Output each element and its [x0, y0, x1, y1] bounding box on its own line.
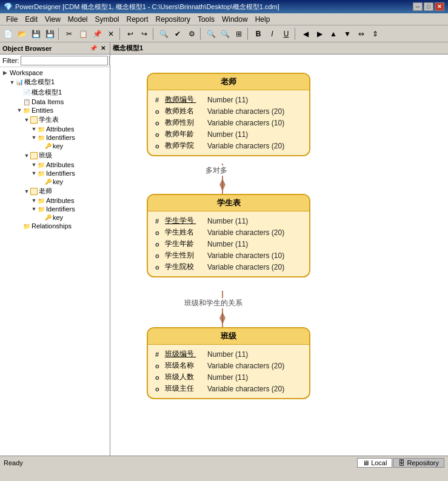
teacher-marker-3: o [155, 131, 165, 138]
minimize-button[interactable]: ─ [413, 2, 423, 11]
class-field-1: 班级名称 [165, 360, 207, 371]
expand-icon-tc-ids: ▼ [30, 206, 38, 212]
save-all-button[interactable]: 💾 [43, 27, 56, 41]
menu-item-report[interactable]: Report [123, 14, 152, 25]
tree-item-dataitems[interactable]: 📋Data Items [1, 98, 109, 106]
tree-item-tc-ids[interactable]: ▼📁Identifiers [1, 205, 109, 213]
tree-icon-cl-attrs: 📁 [38, 162, 45, 168]
tree-item-cl-ids[interactable]: ▼📁Identifiers [1, 169, 109, 177]
zoom-fit-button[interactable]: ⊞ [232, 27, 246, 41]
browser-close-button[interactable]: ✕ [99, 45, 107, 51]
tree-item-model1[interactable]: ▼📊概念模型1 [1, 77, 109, 87]
find-button[interactable]: 🔍 [157, 27, 170, 41]
menu-item-view[interactable]: View [41, 14, 64, 25]
align-right-button[interactable]: ▶ [313, 27, 326, 41]
align-bottom-button[interactable]: ▼ [341, 27, 354, 41]
menu-item-window[interactable]: Window [218, 14, 252, 25]
toolbar: 📄 📂 💾 💾 ✂ 📋 📌 ✕ ↩ ↪ 🔍 ✔ ⚙ 🔍 🔍 ⊞ B I U ◀ … [0, 25, 448, 42]
tree-item-tc-key[interactable]: 🔑key [1, 213, 109, 222]
redo-button[interactable]: ↪ [138, 27, 151, 41]
class-marker-1: o [155, 362, 165, 370]
italic-button[interactable]: I [266, 27, 279, 41]
teacher-marker-0: # [155, 96, 165, 104]
filter-input[interactable] [21, 56, 108, 65]
menu-item-help[interactable]: Help [252, 14, 274, 25]
teacher-marker-1: o [155, 108, 165, 115]
student-header: 学生表 [148, 195, 309, 211]
paste-button[interactable]: 📌 [90, 27, 104, 41]
tree-item-workspace[interactable]: ▶Workspace [1, 68, 109, 77]
zoom-out-button[interactable]: 🔍 [218, 27, 232, 41]
menu-item-tools[interactable]: Tools [194, 14, 218, 25]
expand-icon-studenttable: ▼ [23, 117, 30, 123]
maximize-button[interactable]: □ [424, 2, 433, 11]
tree-item-classentity[interactable]: ▼班级 [1, 150, 109, 161]
local-icon: 🖥 [363, 459, 369, 466]
tree-item-st-key[interactable]: 🔑key [1, 142, 109, 150]
open-button[interactable]: 📂 [15, 27, 28, 41]
teacher-entity[interactable]: 老师 # 教师编号 Number (11) o 教师姓名 Variable ch… [147, 73, 310, 156]
tree-item-studenttable[interactable]: ▼学生表 [1, 114, 109, 125]
generate-button[interactable]: ⚙ [185, 27, 198, 41]
expand-icon-classentity: ▼ [23, 153, 30, 159]
student-field-3: 学生性别 [165, 250, 207, 260]
teacher-row-4: o 教师学院 Variable characters (20) [155, 140, 302, 151]
toolbar-sep5 [247, 28, 250, 40]
menu-item-model[interactable]: Model [64, 14, 92, 25]
student-field-2: 学生年龄 [165, 239, 207, 249]
tree-item-st-ids[interactable]: ▼📁Identifiers [1, 133, 109, 142]
student-type-0: Number (11) [207, 217, 248, 225]
underline-button[interactable]: U [279, 27, 293, 41]
canvas-area[interactable]: 老师 # 教师编号 Number (11) o 教师姓名 Variable ch… [110, 55, 448, 456]
tree-item-entities[interactable]: ▼📁Entities [1, 106, 109, 114]
tree-item-cl-key[interactable]: 🔑key [1, 177, 109, 186]
close-button[interactable]: ✕ [435, 2, 444, 11]
align-left-button[interactable]: ◀ [299, 27, 312, 41]
tree-label-entities: Entities [32, 107, 53, 114]
undo-button[interactable]: ↩ [124, 27, 137, 41]
check-button[interactable]: ✔ [171, 27, 184, 41]
tree-item-teacherentity[interactable]: ▼老师 [1, 186, 109, 196]
tree-icon-teacherentity [30, 188, 38, 195]
tree-icon-classentity [30, 152, 38, 159]
canvas-scroll[interactable]: 老师 # 教师编号 Number (11) o 教师姓名 Variable ch… [110, 55, 448, 456]
copy-button[interactable]: 📋 [76, 27, 90, 41]
expand-icon-cl-attrs: ▼ [30, 162, 38, 168]
tree-item-model1-name[interactable]: 📄概念模型1 [1, 87, 109, 98]
new-button[interactable]: 📄 [1, 27, 15, 41]
menu-item-repository[interactable]: Repository [152, 14, 194, 25]
cut-button[interactable]: ✂ [62, 27, 76, 41]
teacher-field-1: 教师姓名 [165, 106, 207, 116]
tree-item-cl-attrs[interactable]: ▼📁Attributes [1, 161, 109, 169]
tree-item-tc-attrs[interactable]: ▼📁Attributes [1, 196, 109, 205]
repository-tab[interactable]: 🗄 Repository [393, 458, 444, 468]
tree-item-st-attrs[interactable]: ▼📁Attributes [1, 125, 109, 133]
tree-icon-cl-key: 🔑 [45, 179, 52, 185]
menu-item-edit[interactable]: Edit [21, 14, 41, 25]
align-top-button[interactable]: ▲ [327, 27, 340, 41]
tree-icon-relationships: 📁 [23, 223, 30, 230]
student-marker-4: o [155, 264, 165, 271]
menu-item-symbol[interactable]: Symbol [92, 14, 123, 25]
distribute-h-button[interactable]: ⇔ [355, 27, 368, 41]
tree-item-relationships[interactable]: 📁Relationships [1, 222, 109, 230]
class-row-1: o 班级名称 Variable characters (20) [155, 360, 302, 371]
object-browser-title: Object Browser [2, 45, 88, 52]
zoom-in-button[interactable]: 🔍 [204, 27, 218, 41]
student-entity[interactable]: 学生表 # 学生学号 Number (11) o 学生姓名 Variable c… [147, 194, 310, 277]
expand-icon-cl-ids: ▼ [30, 170, 38, 176]
tree-label-cl-key: key [53, 178, 63, 185]
distribute-v-button[interactable]: ⇕ [369, 27, 382, 41]
filter-bar: Filter: ✕ ↻ [0, 55, 110, 67]
local-tab[interactable]: 🖥 Local [357, 458, 392, 468]
menu-item-file[interactable]: File [2, 14, 21, 25]
bold-button[interactable]: B [252, 27, 265, 41]
save-button[interactable]: 💾 [29, 27, 42, 41]
class-entity[interactable]: 班级 # 班级编号 Number (11) o 班级名称 Variable ch… [147, 327, 310, 399]
delete-button[interactable]: ✕ [104, 27, 118, 41]
teacher-header: 老师 [148, 74, 309, 90]
teacher-type-2: Variable characters (10) [207, 119, 284, 127]
teacher-body: # 教师编号 Number (11) o 教师姓名 Variable chara… [148, 90, 309, 155]
browser-pin-button[interactable]: 📌 [88, 45, 99, 51]
expand-icon-st-attrs: ▼ [30, 126, 38, 132]
